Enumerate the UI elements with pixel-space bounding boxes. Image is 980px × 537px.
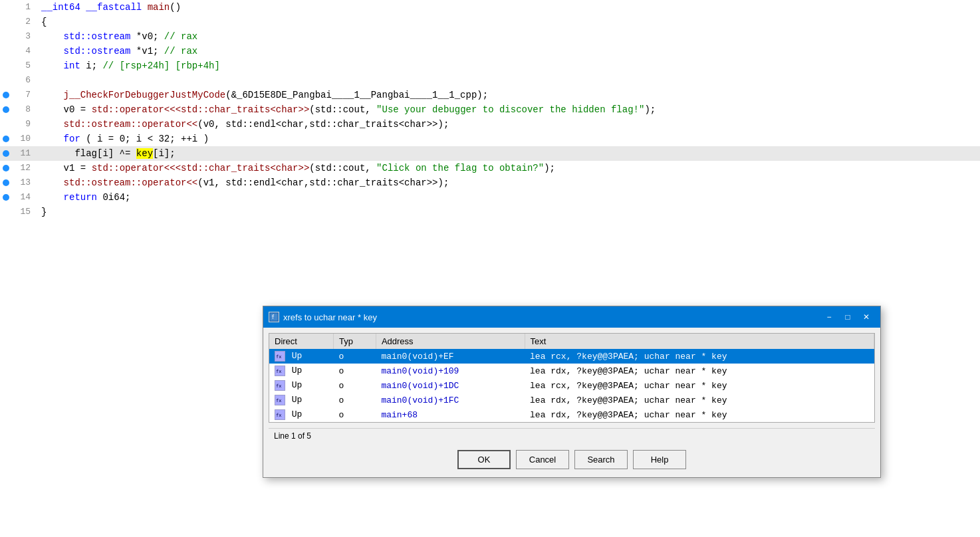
row-icon-cell: fx Up	[269, 407, 334, 422]
row-text: lea rdx, ?key@@3PAEA; uchar near * key	[525, 393, 874, 407]
table-row[interactable]: fx Upomain+68lea rdx, ?key@@3PAEA; uchar…	[269, 407, 874, 422]
dialog-titlebar: f xrefs to uchar near * key − □ ✕	[263, 306, 880, 328]
table-row[interactable]: fx Upomain0(void)+1FClea rdx, ?key@@3PAE…	[269, 393, 874, 407]
code-line-2: 2{	[0, 15, 980, 29]
svg-text:fx: fx	[276, 354, 281, 360]
code-line-4: 4 std::ostream *v1; // rax	[0, 44, 980, 58]
line-number-6: 6	[12, 73, 36, 88]
code-line-6: 6	[0, 73, 980, 88]
line-content-3: std::ostream *v0; // rax	[36, 29, 197, 44]
row-type: o	[334, 349, 376, 364]
line-number-3: 3	[12, 29, 36, 44]
row-direct: Up	[287, 409, 302, 419]
line-number-1: 1	[12, 0, 36, 15]
xref-icon: fx	[275, 366, 285, 376]
maximize-button[interactable]: □	[839, 310, 856, 324]
line-content-14: return 0i64;	[36, 190, 130, 205]
row-icon-cell: fx Up	[269, 378, 334, 393]
line-number-14: 14	[12, 190, 36, 205]
line-dot-10	[0, 136, 12, 142]
row-address: main0(void)+109	[376, 364, 525, 378]
col-text: Text	[525, 334, 874, 349]
line-content-15: }	[36, 205, 47, 219]
row-direct: Up	[287, 351, 302, 361]
row-direct: Up	[287, 380, 302, 390]
table-row[interactable]: fx Upomain0(void)+109lea rdx, ?key@@3PAE…	[269, 364, 874, 378]
xrefs-dialog[interactable]: f xrefs to uchar near * key − □ ✕ Direct…	[263, 306, 881, 478]
line-number-13: 13	[12, 175, 36, 190]
line-dot-8	[0, 106, 12, 113]
code-line-5: 5 int i; // [rsp+24h] [rbp+4h]	[0, 58, 980, 73]
line-number-11: 11	[12, 146, 36, 161]
col-type: Typ	[334, 334, 376, 349]
ok-button[interactable]: OK	[457, 450, 511, 469]
line-content-4: std::ostream *v1; // rax	[36, 44, 197, 58]
code-line-9: 9 std::ostream::operator<<(v0, std::endl…	[0, 117, 980, 132]
row-type: o	[334, 378, 376, 393]
code-line-3: 3 std::ostream *v0; // rax	[0, 29, 980, 44]
svg-text:fx: fx	[276, 369, 281, 374]
line-dot-12	[0, 165, 12, 171]
code-line-7: 7 j__CheckForDebuggerJustMyCode(&_6D15E8…	[0, 88, 980, 102]
col-address: Address	[376, 334, 525, 349]
xrefs-table[interactable]: Direct Typ Address Text fx Upomain0(void…	[269, 334, 874, 422]
line-content-7: j__CheckForDebuggerJustMyCode(&_6D15E8DE…	[36, 88, 488, 102]
dialog-title: xrefs to uchar near * key	[283, 312, 377, 322]
row-direct: Up	[287, 366, 302, 376]
code-line-1: 1__int64 __fastcall main()	[0, 0, 980, 15]
line-content-11: flag[i] ^= key[i];	[36, 146, 176, 161]
svg-text:f: f	[271, 314, 275, 320]
line-content-13: std::ostream::operator<<(v1, std::endl<c…	[36, 175, 449, 190]
code-line-14: 14 return 0i64;	[0, 190, 980, 205]
row-type: o	[334, 393, 376, 407]
row-type: o	[334, 364, 376, 378]
line-number-9: 9	[12, 117, 36, 132]
help-button[interactable]: Help	[633, 450, 686, 469]
code-line-15: 15}	[0, 205, 980, 219]
dialog-status: Line 1 of 5	[269, 428, 875, 443]
line-content-12: v1 = std::operator<<<std::char_traits<ch…	[36, 161, 555, 175]
row-text: lea rcx, ?key@@3PAEA; uchar near * key	[525, 378, 874, 393]
line-dot-7	[0, 92, 12, 98]
xrefs-table-container: Direct Typ Address Text fx Upomain0(void…	[269, 333, 875, 423]
row-text: lea rdx, ?key@@3PAEA; uchar near * key	[525, 364, 874, 378]
xref-icon: fx	[275, 351, 285, 362]
row-address: main+68	[376, 407, 525, 422]
minimize-button[interactable]: −	[820, 310, 838, 324]
row-type: o	[334, 407, 376, 422]
code-line-13: 13 std::ostream::operator<<(v1, std::end…	[0, 175, 980, 190]
dialog-buttons: OK Cancel Search Help	[263, 443, 880, 477]
line-content-5: int i; // [rsp+24h] [rbp+4h]	[36, 58, 220, 73]
line-dot-11	[0, 150, 12, 157]
search-button[interactable]: Search	[574, 450, 628, 469]
table-row[interactable]: fx Upomain0(void)+EFlea rcx, ?key@@3PAEA…	[269, 349, 874, 364]
line-number-2: 2	[12, 15, 36, 29]
svg-text:fx: fx	[276, 413, 281, 418]
line-number-12: 12	[12, 161, 36, 175]
dialog-icon: f	[269, 312, 279, 322]
row-icon-cell: fx Up	[269, 364, 334, 378]
xref-icon: fx	[275, 380, 285, 391]
dialog-controls[interactable]: − □ ✕	[820, 310, 875, 324]
code-line-12: 12 v1 = std::operator<<<std::char_traits…	[0, 161, 980, 175]
table-header-row: Direct Typ Address Text	[269, 334, 874, 349]
code-line-11: 11 flag[i] ^= key[i];	[0, 146, 980, 161]
line-number-4: 4	[12, 44, 36, 58]
row-address: main0(void)+EF	[376, 349, 525, 364]
line-number-7: 7	[12, 88, 36, 102]
line-dot-14	[0, 194, 12, 201]
xref-icon: fx	[275, 409, 285, 420]
code-line-10: 10 for ( i = 0; i < 32; ++i )	[0, 132, 980, 146]
cancel-button[interactable]: Cancel	[516, 450, 569, 469]
status-text: Line 1 of 5	[274, 431, 311, 441]
table-row[interactable]: fx Upomain0(void)+1DClea rcx, ?key@@3PAE…	[269, 378, 874, 393]
line-content-9: std::ostream::operator<<(v0, std::endl<c…	[36, 117, 449, 132]
row-icon-cell: fx Up	[269, 393, 334, 407]
line-content-8: v0 = std::operator<<<std::char_traits<ch…	[36, 102, 656, 117]
line-content-10: for ( i = 0; i < 32; ++i )	[36, 132, 209, 146]
col-direct: Direct	[269, 334, 334, 349]
line-number-15: 15	[12, 205, 36, 219]
row-text: lea rcx, ?key@@3PAEA; uchar near * key	[525, 349, 874, 364]
code-line-8: 8 v0 = std::operator<<<std::char_traits<…	[0, 102, 980, 117]
close-button[interactable]: ✕	[858, 310, 875, 324]
